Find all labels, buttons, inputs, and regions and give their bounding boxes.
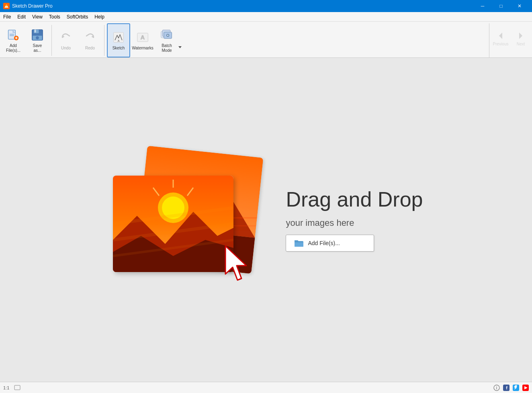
- toolbar-watermarks-button[interactable]: A A Watermarks: [131, 23, 154, 57]
- save-icon: [30, 28, 45, 42]
- svg-marker-14: [92, 35, 94, 38]
- drop-text: Drag and Drop your images here Add File(…: [286, 188, 423, 251]
- add-file-icon: [6, 28, 20, 42]
- cursor-illustration: [221, 244, 254, 284]
- zoom-level: 1:1: [3, 385, 9, 390]
- title-bar-left: Sketch Drawer Pro: [3, 3, 53, 9]
- svg-point-1: [6, 5, 7, 6]
- undo-icon: [59, 30, 73, 45]
- next-label: Next: [517, 42, 525, 46]
- status-bar: 1:1 i f: [0, 382, 532, 393]
- more-options-arrow[interactable]: [178, 23, 182, 57]
- redo-icon: [83, 30, 97, 45]
- info-status-icon[interactable]: i: [493, 385, 500, 391]
- svg-text:i: i: [496, 386, 497, 390]
- toolbar-batch-mode-button[interactable]: BatchMode: [155, 23, 178, 57]
- menu-help[interactable]: Help: [91, 12, 108, 21]
- image-illustration: [109, 143, 262, 296]
- previous-button[interactable]: Previous: [491, 23, 510, 54]
- toolbar-undo-button[interactable]: Undo: [54, 23, 78, 57]
- svg-text:f: f: [506, 385, 507, 390]
- menu-edit[interactable]: Edit: [14, 12, 29, 21]
- svg-marker-46: [225, 246, 246, 280]
- redo-label: Redo: [85, 46, 95, 51]
- batch-mode-label: BatchMode: [162, 43, 172, 53]
- toolbar-redo-button[interactable]: Redo: [78, 23, 102, 57]
- toolbar-sketch-button[interactable]: A Sketch: [107, 23, 130, 57]
- previous-label: Previous: [493, 42, 509, 46]
- minimize-button[interactable]: ─: [473, 0, 492, 12]
- menu-bar: File Edit View Tools SoftOrbits Help: [0, 12, 532, 22]
- sketch-icon: A: [111, 30, 126, 45]
- app-icon: [3, 3, 10, 9]
- watermarks-label: Watermarks: [132, 46, 153, 51]
- svg-point-24: [167, 35, 169, 36]
- add-files-label: Add File(s)...: [308, 240, 340, 246]
- image-card-front: [113, 176, 233, 272]
- toolbar-separator-1: [51, 25, 52, 56]
- svg-rect-47: [295, 242, 303, 247]
- menu-file[interactable]: File: [0, 12, 14, 21]
- sketch-label: Sketch: [113, 46, 125, 51]
- toolbar-add-files-button[interactable]: AddFile(s)...: [2, 23, 25, 57]
- batch-mode-icon: [160, 28, 174, 42]
- svg-marker-25: [178, 46, 182, 48]
- title-bar-controls: ─ □ ✕: [473, 0, 529, 12]
- maximize-button[interactable]: □: [492, 0, 510, 12]
- status-left: 1:1: [3, 385, 20, 391]
- title-bar: Sketch Drawer Pro ─ □ ✕: [0, 0, 532, 12]
- toolbar-nav: Previous Next: [489, 23, 530, 57]
- svg-rect-10: [35, 30, 36, 33]
- drop-zone: Drag and Drop your images here Add File(…: [109, 143, 423, 296]
- title-bar-title: Sketch Drawer Pro: [12, 3, 53, 9]
- svg-text:A: A: [141, 34, 145, 41]
- svg-text:A: A: [118, 39, 120, 43]
- svg-rect-48: [14, 385, 20, 390]
- watermark-icon: A A: [135, 30, 150, 45]
- svg-point-12: [36, 36, 39, 40]
- youtube-status-icon[interactable]: [522, 385, 529, 391]
- svg-marker-26: [499, 33, 502, 39]
- menu-tools[interactable]: Tools: [46, 12, 63, 21]
- next-button[interactable]: Next: [511, 23, 530, 54]
- toolbar-separator-2: [104, 25, 104, 56]
- image-status-icon: [14, 385, 20, 391]
- twitter-status-icon[interactable]: [513, 385, 519, 391]
- menu-softorbits[interactable]: SoftOrbits: [63, 12, 91, 21]
- folder-icon: [294, 239, 304, 247]
- main-content: Drag and Drop your images here Add File(…: [0, 58, 532, 382]
- add-files-button[interactable]: Add File(s)...: [286, 235, 374, 252]
- undo-label: Undo: [61, 46, 71, 51]
- add-files-label: AddFile(s)...: [6, 43, 20, 53]
- menu-view[interactable]: View: [29, 12, 46, 21]
- toolbar: AddFile(s)... Saveas... Undo: [0, 22, 532, 58]
- facebook-status-icon[interactable]: f: [503, 385, 509, 391]
- svg-marker-27: [519, 33, 522, 39]
- svg-marker-13: [62, 35, 64, 38]
- status-right: i f: [493, 385, 529, 391]
- close-button[interactable]: ✕: [510, 0, 529, 12]
- drag-drop-subtitle: your images here: [286, 218, 423, 228]
- toolbar-save-button[interactable]: Saveas...: [26, 23, 49, 57]
- drag-drop-title: Drag and Drop: [286, 188, 423, 211]
- save-label: Saveas...: [33, 43, 42, 53]
